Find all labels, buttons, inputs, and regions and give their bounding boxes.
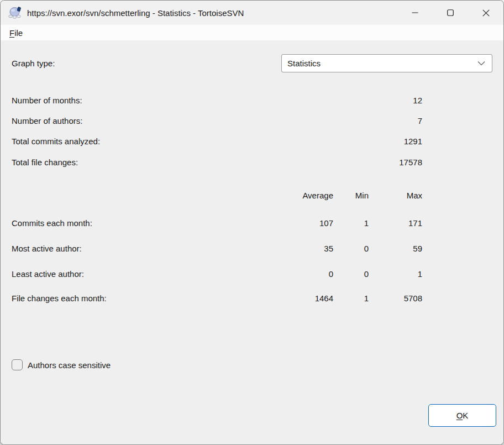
stats-header-max: Max	[369, 191, 422, 200]
titlebar[interactable]: https://svn.exor/svn/schmetterling - Sta…	[1, 1, 503, 25]
stats-average-value: 1464	[272, 294, 333, 303]
ok-button[interactable]: OK	[428, 404, 496, 427]
authors-case-sensitive-row: Authors case sensitive	[12, 359, 111, 370]
graph-type-selected-value: Statistics	[287, 59, 477, 68]
summary-label: Total file changes:	[12, 158, 78, 167]
minimize-icon	[412, 9, 418, 16]
summary-row-commits: Total commits analyzed: 1291	[12, 135, 422, 147]
stats-average-value: 107	[272, 218, 333, 228]
maximize-button[interactable]	[433, 1, 468, 25]
stats-header-min: Min	[333, 191, 369, 200]
stats-row-label: Least active author:	[12, 269, 272, 279]
file-menu-accelerator: F	[9, 28, 14, 38]
stats-row-most-active-author: Most active author: 35 0 59	[12, 242, 422, 254]
close-button[interactable]	[468, 1, 503, 25]
summary-row-months: Number of months: 12	[12, 94, 422, 106]
chevron-down-icon	[477, 61, 485, 66]
close-icon	[482, 9, 490, 17]
stats-row-label: File changes each month:	[12, 294, 272, 303]
ok-button-accelerator: O	[456, 411, 463, 420]
stats-min-value: 1	[333, 218, 369, 228]
stats-max-value: 171	[369, 218, 422, 228]
summary-value: 17578	[78, 158, 422, 167]
stats-average-value: 35	[272, 244, 333, 253]
stats-row-file-changes-each-month: File changes each month: 1464 1 5708	[12, 292, 422, 304]
minimize-button[interactable]	[397, 1, 433, 25]
stats-max-value: 1	[369, 269, 422, 279]
statistics-dialog-window: https://svn.exor/svn/schmetterling - Sta…	[0, 0, 504, 445]
stats-header-average: Average	[272, 191, 333, 200]
summary-row-file-changes: Total file changes: 17578	[12, 156, 422, 168]
stats-min-value: 0	[333, 244, 369, 253]
stats-max-value: 5708	[369, 294, 422, 303]
stats-min-value: 0	[333, 269, 369, 279]
stats-max-value: 59	[369, 244, 422, 253]
summary-label: Number of months:	[12, 96, 82, 105]
stats-row-label: Commits each month:	[12, 218, 272, 228]
caption-controls	[397, 1, 503, 25]
window-title: https://svn.exor/svn/schmetterling - Sta…	[27, 8, 244, 18]
summary-value: 1291	[100, 137, 422, 146]
file-menu-rest: ile	[14, 28, 23, 38]
stats-header-row: Average Min Max	[12, 189, 422, 201]
maximize-icon	[447, 9, 454, 16]
stats-row-commits-each-month: Commits each month: 107 1 171	[12, 217, 422, 229]
summary-label: Total commits analyzed:	[12, 137, 100, 146]
authors-case-sensitive-label: Authors case sensitive	[28, 360, 111, 370]
ok-button-rest: K	[463, 411, 468, 420]
stats-min-value: 1	[333, 294, 369, 303]
stats-row-label: Most active author:	[12, 244, 272, 253]
graph-type-label: Graph type:	[12, 59, 55, 68]
summary-value: 12	[82, 96, 422, 105]
menu-item-file[interactable]: File	[9, 28, 23, 38]
stats-row-least-active-author: Least active author: 0 0 1	[12, 268, 422, 280]
dialog-body: Graph type: Statistics Number of months:…	[1, 40, 503, 444]
summary-row-authors: Number of authors: 7	[12, 114, 422, 127]
menubar: File	[1, 25, 503, 40]
summary-label: Number of authors:	[12, 116, 82, 125]
summary-value: 7	[82, 116, 422, 125]
tortoisesvn-app-icon	[8, 6, 22, 20]
graph-type-dropdown[interactable]: Statistics	[281, 54, 492, 72]
authors-case-sensitive-checkbox[interactable]	[12, 359, 23, 370]
stats-average-value: 0	[272, 269, 333, 279]
